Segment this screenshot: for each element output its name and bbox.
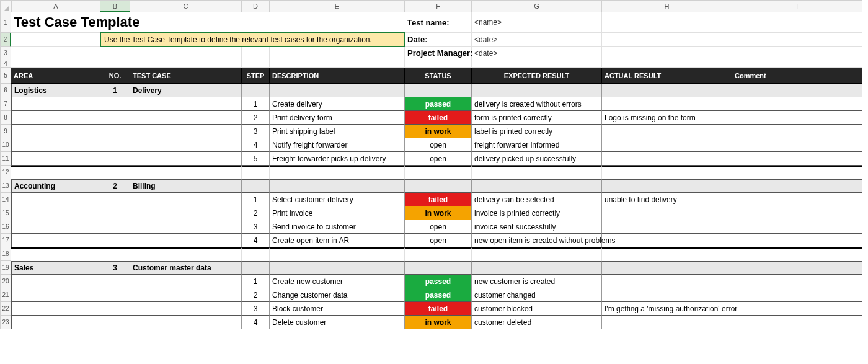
group-no[interactable]: 2 (100, 179, 130, 193)
step-comment[interactable] (732, 316, 862, 329)
step-testcase[interactable] (130, 302, 242, 316)
step-area[interactable] (11, 97, 100, 111)
gap-cell[interactable] (100, 166, 130, 179)
row-header-12[interactable]: 12 (0, 166, 11, 179)
step-status[interactable]: in work (405, 125, 472, 138)
group-empty[interactable] (242, 84, 270, 97)
step-actual[interactable] (602, 152, 732, 166)
gap-cell[interactable] (602, 166, 732, 179)
group-empty[interactable] (405, 261, 472, 275)
cell-r3-2[interactable] (130, 47, 242, 60)
step-expected[interactable]: label is printed correctly (472, 125, 602, 138)
meta-date-value[interactable]: <date> (472, 33, 602, 47)
step-comment[interactable] (732, 138, 862, 152)
step-number[interactable]: 3 (242, 302, 270, 316)
step-status[interactable]: failed (405, 111, 472, 125)
gap-cell[interactable] (472, 247, 602, 261)
gap-cell[interactable] (732, 166, 862, 179)
step-actual[interactable] (602, 206, 732, 220)
row-header-14[interactable]: 14 (0, 193, 11, 206)
cell-I3[interactable] (732, 47, 862, 60)
step-number[interactable]: 4 (242, 138, 270, 152)
step-expected[interactable]: new customer is created (472, 275, 602, 288)
step-description[interactable]: Freight forwarder picks up delivery (270, 152, 405, 166)
step-expected[interactable]: delivery picked up successfully (472, 152, 602, 166)
group-empty[interactable] (602, 261, 732, 275)
row-header-22[interactable]: 22 (0, 302, 11, 316)
step-number[interactable]: 5 (242, 152, 270, 166)
step-comment[interactable] (732, 97, 862, 111)
step-testcase[interactable] (130, 234, 242, 247)
group-empty[interactable] (602, 179, 732, 193)
step-status[interactable]: open (405, 234, 472, 247)
step-testcase[interactable] (130, 111, 242, 125)
step-expected[interactable]: invoice sent successfully (472, 220, 602, 234)
gap-cell[interactable] (130, 166, 242, 179)
row-header-16[interactable]: 16 (0, 220, 11, 234)
step-number[interactable]: 4 (242, 234, 270, 247)
step-description[interactable]: Print shipping label (270, 125, 405, 138)
step-testcase[interactable] (130, 316, 242, 329)
step-area[interactable] (11, 138, 100, 152)
cell-H3[interactable] (602, 47, 732, 60)
step-expected[interactable]: form is printed correctly (472, 111, 602, 125)
row-header-10[interactable]: 10 (0, 138, 11, 152)
cell-r3-1[interactable] (100, 47, 130, 60)
step-no[interactable] (100, 275, 130, 288)
row-header-15[interactable]: 15 (0, 206, 11, 220)
step-number[interactable]: 1 (242, 193, 270, 206)
step-area[interactable] (11, 152, 100, 166)
gap-cell[interactable] (270, 166, 405, 179)
group-empty[interactable] (732, 179, 862, 193)
gap-cell[interactable] (270, 247, 405, 261)
step-testcase[interactable] (130, 206, 242, 220)
column-header-G[interactable]: G (472, 0, 602, 12)
gap-cell[interactable] (100, 247, 130, 261)
row-header-23[interactable]: 23 (0, 316, 11, 329)
group-testcase[interactable]: Customer master data (130, 261, 242, 275)
step-actual[interactable] (602, 316, 732, 329)
step-description[interactable]: Create new customer (270, 275, 405, 288)
step-no[interactable] (100, 152, 130, 166)
step-comment[interactable] (732, 288, 862, 302)
step-status[interactable]: failed (405, 302, 472, 316)
step-description[interactable]: Block customer (270, 302, 405, 316)
step-no[interactable] (100, 125, 130, 138)
step-testcase[interactable] (130, 125, 242, 138)
row-header-17[interactable]: 17 (0, 234, 11, 247)
group-empty[interactable] (270, 261, 405, 275)
step-number[interactable]: 2 (242, 288, 270, 302)
cell-I2[interactable] (732, 33, 862, 47)
step-actual[interactable] (602, 288, 732, 302)
step-area[interactable] (11, 111, 100, 125)
step-status[interactable]: open (405, 220, 472, 234)
step-actual[interactable] (602, 125, 732, 138)
step-area[interactable] (11, 288, 100, 302)
step-number[interactable]: 2 (242, 206, 270, 220)
step-area[interactable] (11, 275, 100, 288)
column-header-F[interactable]: F (405, 0, 472, 12)
group-empty[interactable] (405, 179, 472, 193)
step-no[interactable] (100, 288, 130, 302)
step-area[interactable] (11, 302, 100, 316)
group-empty[interactable] (270, 84, 405, 97)
step-no[interactable] (100, 111, 130, 125)
gap-cell[interactable] (602, 247, 732, 261)
step-number[interactable]: 1 (242, 275, 270, 288)
step-description[interactable]: Delete customer (270, 316, 405, 329)
step-no[interactable] (100, 206, 130, 220)
step-actual[interactable] (602, 138, 732, 152)
row-header-8[interactable]: 8 (0, 111, 11, 125)
column-header-A[interactable]: A (11, 0, 100, 12)
step-no[interactable] (100, 316, 130, 329)
group-no[interactable]: 1 (100, 84, 130, 97)
step-comment[interactable] (732, 302, 862, 316)
cell-r4-4[interactable] (270, 60, 405, 68)
step-testcase[interactable] (130, 152, 242, 166)
step-number[interactable]: 2 (242, 111, 270, 125)
step-area[interactable] (11, 220, 100, 234)
step-description[interactable]: Create delivery (270, 97, 405, 111)
step-testcase[interactable] (130, 220, 242, 234)
step-actual[interactable]: unable to find delivery (602, 193, 732, 206)
step-comment[interactable] (732, 234, 862, 247)
